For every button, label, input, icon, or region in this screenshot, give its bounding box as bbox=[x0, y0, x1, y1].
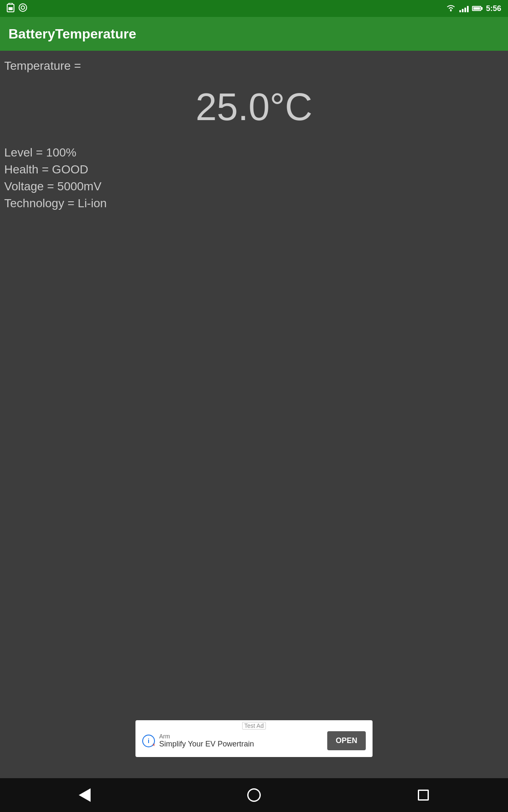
ad-close-icon: × bbox=[152, 743, 155, 747]
recents-button[interactable] bbox=[411, 782, 436, 808]
voltage-text: Voltage = 5000mV bbox=[4, 180, 504, 193]
ad-company: Arm bbox=[159, 733, 254, 740]
ad-content: i × Arm Simplify Your EV Powertrain bbox=[142, 733, 254, 749]
health-text: Health = GOOD bbox=[4, 163, 504, 176]
wifi-icon bbox=[446, 4, 456, 13]
back-button[interactable] bbox=[72, 782, 97, 808]
main-content: Temperature = 25.0°C Level = 100% Health… bbox=[0, 51, 508, 778]
temperature-label: Temperature = bbox=[4, 59, 504, 73]
battery-icon bbox=[472, 6, 483, 11]
sim-card-icon bbox=[7, 3, 14, 14]
recents-icon bbox=[418, 790, 429, 801]
circle-sync-icon bbox=[19, 3, 27, 14]
level-text: Level = 100% bbox=[4, 146, 504, 159]
app-bar: BatteryTemperature bbox=[0, 17, 508, 51]
status-bar-right: 5:56 bbox=[446, 4, 501, 13]
status-time: 5:56 bbox=[486, 4, 501, 13]
home-icon bbox=[247, 788, 261, 802]
temperature-value: 25.0°C bbox=[4, 85, 504, 129]
app-title: BatteryTemperature bbox=[8, 26, 136, 42]
ad-banner: Test Ad i × Arm Simplify Your EV Powertr… bbox=[135, 720, 373, 757]
nav-bar bbox=[0, 778, 508, 812]
svg-point-4 bbox=[450, 10, 452, 11]
status-bar-left bbox=[7, 3, 27, 14]
svg-point-2 bbox=[19, 4, 27, 11]
ad-wrapper: Test Ad i × Arm Simplify Your EV Powertr… bbox=[4, 210, 504, 770]
home-button[interactable] bbox=[241, 782, 267, 808]
ad-label: Test Ad bbox=[242, 722, 266, 730]
svg-rect-1 bbox=[8, 7, 13, 10]
signal-icon bbox=[459, 5, 469, 12]
ad-info-icon: i × bbox=[142, 735, 155, 747]
ad-open-button[interactable]: OPEN bbox=[327, 731, 366, 750]
battery-info: Level = 100% Health = GOOD Voltage = 500… bbox=[4, 146, 504, 210]
ad-text-block: Arm Simplify Your EV Powertrain bbox=[159, 733, 254, 749]
svg-point-3 bbox=[21, 6, 25, 9]
back-icon bbox=[79, 788, 91, 802]
technology-text: Technology = Li-ion bbox=[4, 197, 504, 210]
status-bar: 5:56 bbox=[0, 0, 508, 17]
ad-description: Simplify Your EV Powertrain bbox=[159, 740, 254, 749]
